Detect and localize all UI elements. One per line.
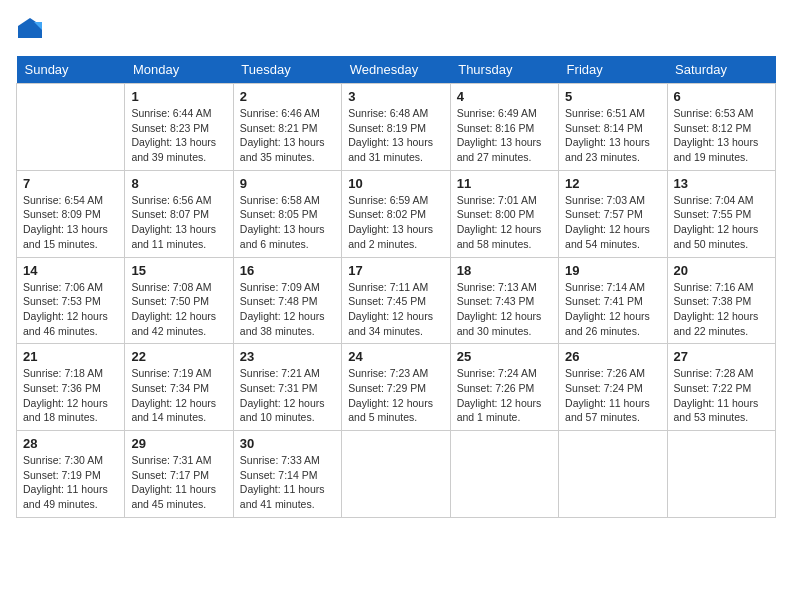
day-info: Sunrise: 6:51 AM Sunset: 8:14 PM Dayligh…	[565, 106, 660, 165]
day-info: Sunrise: 7:19 AM Sunset: 7:34 PM Dayligh…	[131, 366, 226, 425]
day-info: Sunrise: 6:46 AM Sunset: 8:21 PM Dayligh…	[240, 106, 335, 165]
day-info: Sunrise: 7:24 AM Sunset: 7:26 PM Dayligh…	[457, 366, 552, 425]
calendar-cell: 1Sunrise: 6:44 AM Sunset: 8:23 PM Daylig…	[125, 84, 233, 171]
logo-icon	[16, 16, 44, 44]
calendar-cell: 19Sunrise: 7:14 AM Sunset: 7:41 PM Dayli…	[559, 257, 667, 344]
day-info: Sunrise: 7:03 AM Sunset: 7:57 PM Dayligh…	[565, 193, 660, 252]
day-number: 13	[674, 176, 769, 191]
calendar-cell	[17, 84, 125, 171]
day-number: 7	[23, 176, 118, 191]
calendar-cell: 25Sunrise: 7:24 AM Sunset: 7:26 PM Dayli…	[450, 344, 558, 431]
calendar-cell: 2Sunrise: 6:46 AM Sunset: 8:21 PM Daylig…	[233, 84, 341, 171]
day-number: 12	[565, 176, 660, 191]
calendar-cell: 10Sunrise: 6:59 AM Sunset: 8:02 PM Dayli…	[342, 170, 450, 257]
day-number: 18	[457, 263, 552, 278]
day-number: 11	[457, 176, 552, 191]
calendar-cell	[342, 431, 450, 518]
header-row: SundayMondayTuesdayWednesdayThursdayFrid…	[17, 56, 776, 84]
logo	[16, 16, 48, 44]
day-number: 16	[240, 263, 335, 278]
day-info: Sunrise: 6:53 AM Sunset: 8:12 PM Dayligh…	[674, 106, 769, 165]
day-number: 30	[240, 436, 335, 451]
header-cell-friday: Friday	[559, 56, 667, 84]
week-row-2: 7Sunrise: 6:54 AM Sunset: 8:09 PM Daylig…	[17, 170, 776, 257]
day-number: 19	[565, 263, 660, 278]
day-info: Sunrise: 7:04 AM Sunset: 7:55 PM Dayligh…	[674, 193, 769, 252]
day-number: 27	[674, 349, 769, 364]
day-number: 24	[348, 349, 443, 364]
header-cell-monday: Monday	[125, 56, 233, 84]
day-info: Sunrise: 6:44 AM Sunset: 8:23 PM Dayligh…	[131, 106, 226, 165]
calendar-cell: 23Sunrise: 7:21 AM Sunset: 7:31 PM Dayli…	[233, 344, 341, 431]
calendar-table: SundayMondayTuesdayWednesdayThursdayFrid…	[16, 56, 776, 518]
calendar-cell: 12Sunrise: 7:03 AM Sunset: 7:57 PM Dayli…	[559, 170, 667, 257]
day-info: Sunrise: 7:30 AM Sunset: 7:19 PM Dayligh…	[23, 453, 118, 512]
calendar-cell: 13Sunrise: 7:04 AM Sunset: 7:55 PM Dayli…	[667, 170, 775, 257]
day-number: 28	[23, 436, 118, 451]
day-info: Sunrise: 6:48 AM Sunset: 8:19 PM Dayligh…	[348, 106, 443, 165]
day-number: 17	[348, 263, 443, 278]
day-info: Sunrise: 6:54 AM Sunset: 8:09 PM Dayligh…	[23, 193, 118, 252]
day-info: Sunrise: 6:56 AM Sunset: 8:07 PM Dayligh…	[131, 193, 226, 252]
day-info: Sunrise: 6:59 AM Sunset: 8:02 PM Dayligh…	[348, 193, 443, 252]
calendar-cell: 11Sunrise: 7:01 AM Sunset: 8:00 PM Dayli…	[450, 170, 558, 257]
header-cell-sunday: Sunday	[17, 56, 125, 84]
week-row-4: 21Sunrise: 7:18 AM Sunset: 7:36 PM Dayli…	[17, 344, 776, 431]
calendar-cell: 28Sunrise: 7:30 AM Sunset: 7:19 PM Dayli…	[17, 431, 125, 518]
day-info: Sunrise: 7:33 AM Sunset: 7:14 PM Dayligh…	[240, 453, 335, 512]
day-info: Sunrise: 7:16 AM Sunset: 7:38 PM Dayligh…	[674, 280, 769, 339]
day-info: Sunrise: 7:11 AM Sunset: 7:45 PM Dayligh…	[348, 280, 443, 339]
week-row-3: 14Sunrise: 7:06 AM Sunset: 7:53 PM Dayli…	[17, 257, 776, 344]
day-number: 10	[348, 176, 443, 191]
day-number: 6	[674, 89, 769, 104]
page-header	[16, 16, 776, 44]
header-cell-wednesday: Wednesday	[342, 56, 450, 84]
day-info: Sunrise: 7:23 AM Sunset: 7:29 PM Dayligh…	[348, 366, 443, 425]
day-number: 9	[240, 176, 335, 191]
day-info: Sunrise: 7:08 AM Sunset: 7:50 PM Dayligh…	[131, 280, 226, 339]
day-number: 29	[131, 436, 226, 451]
day-number: 14	[23, 263, 118, 278]
day-number: 8	[131, 176, 226, 191]
day-number: 4	[457, 89, 552, 104]
day-info: Sunrise: 7:21 AM Sunset: 7:31 PM Dayligh…	[240, 366, 335, 425]
calendar-cell: 5Sunrise: 6:51 AM Sunset: 8:14 PM Daylig…	[559, 84, 667, 171]
day-number: 23	[240, 349, 335, 364]
week-row-1: 1Sunrise: 6:44 AM Sunset: 8:23 PM Daylig…	[17, 84, 776, 171]
calendar-cell: 29Sunrise: 7:31 AM Sunset: 7:17 PM Dayli…	[125, 431, 233, 518]
calendar-cell: 24Sunrise: 7:23 AM Sunset: 7:29 PM Dayli…	[342, 344, 450, 431]
day-info: Sunrise: 7:31 AM Sunset: 7:17 PM Dayligh…	[131, 453, 226, 512]
day-number: 21	[23, 349, 118, 364]
calendar-cell: 16Sunrise: 7:09 AM Sunset: 7:48 PM Dayli…	[233, 257, 341, 344]
calendar-cell: 17Sunrise: 7:11 AM Sunset: 7:45 PM Dayli…	[342, 257, 450, 344]
calendar-cell	[667, 431, 775, 518]
day-info: Sunrise: 7:26 AM Sunset: 7:24 PM Dayligh…	[565, 366, 660, 425]
day-number: 3	[348, 89, 443, 104]
calendar-cell	[559, 431, 667, 518]
day-info: Sunrise: 7:01 AM Sunset: 8:00 PM Dayligh…	[457, 193, 552, 252]
day-number: 25	[457, 349, 552, 364]
day-number: 2	[240, 89, 335, 104]
calendar-cell: 9Sunrise: 6:58 AM Sunset: 8:05 PM Daylig…	[233, 170, 341, 257]
calendar-cell: 26Sunrise: 7:26 AM Sunset: 7:24 PM Dayli…	[559, 344, 667, 431]
day-info: Sunrise: 7:06 AM Sunset: 7:53 PM Dayligh…	[23, 280, 118, 339]
calendar-cell: 7Sunrise: 6:54 AM Sunset: 8:09 PM Daylig…	[17, 170, 125, 257]
header-cell-saturday: Saturday	[667, 56, 775, 84]
day-info: Sunrise: 6:58 AM Sunset: 8:05 PM Dayligh…	[240, 193, 335, 252]
calendar-cell: 18Sunrise: 7:13 AM Sunset: 7:43 PM Dayli…	[450, 257, 558, 344]
calendar-cell: 8Sunrise: 6:56 AM Sunset: 8:07 PM Daylig…	[125, 170, 233, 257]
calendar-cell: 27Sunrise: 7:28 AM Sunset: 7:22 PM Dayli…	[667, 344, 775, 431]
day-number: 26	[565, 349, 660, 364]
day-info: Sunrise: 7:28 AM Sunset: 7:22 PM Dayligh…	[674, 366, 769, 425]
calendar-cell	[450, 431, 558, 518]
day-number: 20	[674, 263, 769, 278]
day-info: Sunrise: 7:09 AM Sunset: 7:48 PM Dayligh…	[240, 280, 335, 339]
calendar-cell: 3Sunrise: 6:48 AM Sunset: 8:19 PM Daylig…	[342, 84, 450, 171]
day-number: 5	[565, 89, 660, 104]
calendar-cell: 22Sunrise: 7:19 AM Sunset: 7:34 PM Dayli…	[125, 344, 233, 431]
calendar-cell: 20Sunrise: 7:16 AM Sunset: 7:38 PM Dayli…	[667, 257, 775, 344]
day-number: 15	[131, 263, 226, 278]
calendar-cell: 21Sunrise: 7:18 AM Sunset: 7:36 PM Dayli…	[17, 344, 125, 431]
header-cell-tuesday: Tuesday	[233, 56, 341, 84]
calendar-cell: 14Sunrise: 7:06 AM Sunset: 7:53 PM Dayli…	[17, 257, 125, 344]
